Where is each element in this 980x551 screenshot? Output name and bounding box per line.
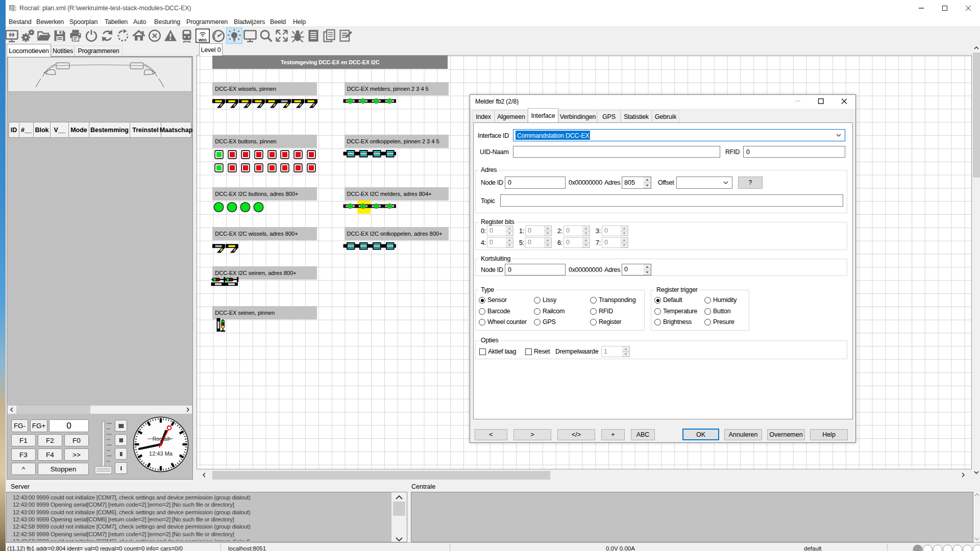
svg-text:WIO: WIO [199, 38, 207, 42]
svg-text:12:43 Ma: 12:43 Ma [149, 450, 173, 457]
